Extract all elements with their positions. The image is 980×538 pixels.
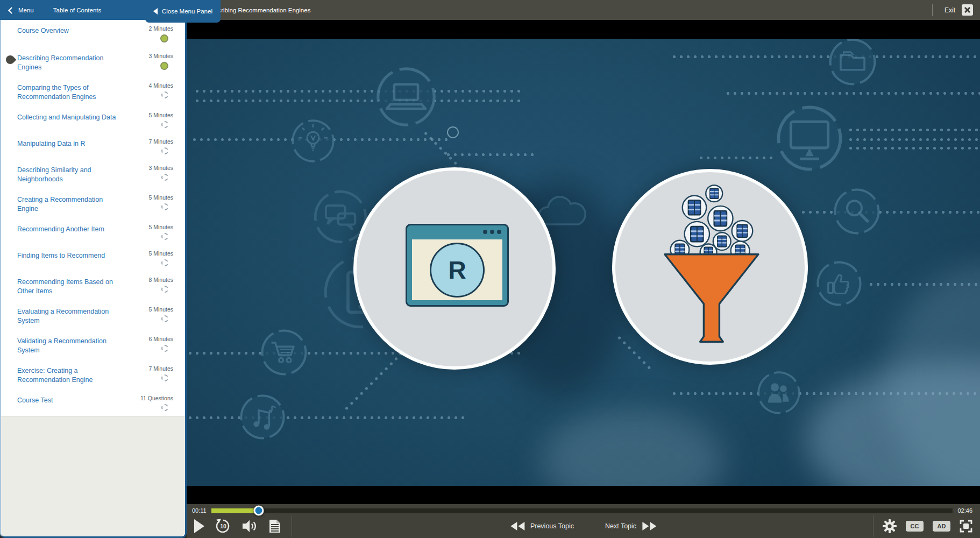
toc-item-title: Comparing the Types of Recommendation En… xyxy=(17,83,124,102)
previous-topic-button[interactable]: Previous Topic xyxy=(510,522,574,530)
top-bar: Menu Table of Contents Close Menu Panel … xyxy=(0,0,980,20)
toc-item-duration: 5 Minutes xyxy=(148,224,173,231)
dotted-line xyxy=(445,153,536,157)
next-topic-button[interactable]: Next Topic xyxy=(605,522,656,530)
status-circle-icon xyxy=(161,147,168,154)
toc-item[interactable]: Finding Items to Recommend 5 Minutes xyxy=(1,245,185,271)
toc-item[interactable]: Validating a Recommendation System 6 Min… xyxy=(1,330,185,360)
music-notes-icon xyxy=(239,393,286,441)
toc-item[interactable]: Creating a Recommendation Engine 5 Minut… xyxy=(1,189,185,218)
audio-description-button[interactable]: AD xyxy=(933,521,950,532)
dotted-line xyxy=(847,128,980,132)
progress-row: 00:11 02:46 xyxy=(187,504,980,514)
transcript-button[interactable] xyxy=(269,519,281,533)
toc-item-title: Course Test xyxy=(17,396,124,405)
play-button[interactable] xyxy=(194,519,204,533)
status-circle-icon xyxy=(161,259,168,266)
video-player: R xyxy=(187,20,980,538)
toc-item[interactable]: Comparing the Types of Recommendation En… xyxy=(1,77,185,107)
letterbox-bottom xyxy=(187,486,980,504)
toc-item-duration: 3 Minutes xyxy=(148,165,173,172)
menu-button[interactable]: Menu xyxy=(0,7,39,13)
close-menu-panel-button[interactable]: Close Menu Panel xyxy=(145,0,221,23)
dotted-line xyxy=(800,210,980,214)
settings-button[interactable] xyxy=(883,519,897,533)
toc-item-meta: 4 Minutes xyxy=(124,82,173,98)
monitor-icon xyxy=(775,104,844,173)
total-time: 02:46 xyxy=(957,507,972,514)
toc-item-duration: 7 Minutes xyxy=(148,138,173,145)
toc-item-title: Recommending Items Based on Other Items xyxy=(17,278,124,296)
double-arrow-right-icon xyxy=(642,522,656,530)
r-window-body: R xyxy=(412,239,502,300)
exit-button[interactable] xyxy=(962,4,973,16)
people-icon xyxy=(756,370,801,415)
document-icon xyxy=(269,519,281,533)
rewind-10-icon: 10 xyxy=(215,518,231,534)
toc-item[interactable]: Recommending Another Item 5 Minutes xyxy=(1,218,185,245)
letterbox-top xyxy=(187,20,980,39)
toc-item-title: Creating a Recommendation Engine xyxy=(17,195,124,214)
dotted-line xyxy=(194,99,522,103)
progress-track[interactable] xyxy=(211,508,953,513)
window-dots-icon xyxy=(483,230,501,234)
right-controls: CC AD xyxy=(873,515,972,537)
sidebar-footer xyxy=(1,416,185,536)
shopping-cart-icon xyxy=(260,328,308,377)
tab-table-of-contents[interactable]: Table of Contents xyxy=(53,7,102,13)
table-of-contents-panel: Course Overview 2 Minutes Describing Rec… xyxy=(0,20,187,538)
toc-item[interactable]: Collecting and Manipulating Data 5 Minut… xyxy=(1,107,185,133)
double-arrow-left-icon xyxy=(510,522,524,530)
status-circle-icon xyxy=(161,345,168,352)
toc-item[interactable]: Describing Similarity and Neighborhoods … xyxy=(1,159,185,189)
toc-item[interactable]: Course Overview 2 Minutes xyxy=(1,20,185,47)
toc-item-meta: 5 Minutes xyxy=(124,194,173,210)
toc-list: Course Overview 2 Minutes Describing Rec… xyxy=(1,20,185,416)
fullscreen-button[interactable] xyxy=(960,520,972,533)
status-circle-icon xyxy=(161,203,168,210)
toc-item[interactable]: Describing Recommendation Engines 3 Minu… xyxy=(1,47,185,77)
toc-item[interactable]: Recommending Items Based on Other Items … xyxy=(1,271,185,301)
progress-fill xyxy=(211,508,259,513)
toc-item-duration: 5 Minutes xyxy=(148,112,173,119)
status-circle-icon xyxy=(161,121,168,128)
dotted-line xyxy=(847,138,980,141)
fullscreen-icon xyxy=(960,520,972,533)
toc-item[interactable]: Manipulating Data in R 7 Minutes xyxy=(1,133,185,159)
status-circle-icon xyxy=(160,62,168,70)
small-circle xyxy=(447,126,459,138)
toc-item[interactable]: Evaluating a Recommendation System 5 Min… xyxy=(1,301,185,330)
dotted-line xyxy=(698,156,773,160)
toc-item-meta: 6 Minutes xyxy=(124,336,173,352)
video-stage[interactable]: R xyxy=(187,39,980,486)
status-circle-icon xyxy=(161,315,168,322)
speaker-icon xyxy=(242,519,258,533)
toc-item-title: Collecting and Manipulating Data xyxy=(17,113,124,122)
search-icon xyxy=(833,187,881,236)
rewind-10-button[interactable]: 10 xyxy=(215,518,231,534)
status-circle-icon xyxy=(161,404,168,411)
topic-navigation: Previous Topic Next Topic xyxy=(510,522,656,530)
toc-item-title: Evaluating a Recommendation System xyxy=(17,307,124,325)
toc-item-duration: 2 Minutes xyxy=(148,25,173,32)
toc-item[interactable]: Exercise: Creating a Recommendation Engi… xyxy=(1,360,185,390)
database-bubbles-icon xyxy=(671,185,753,260)
volume-button[interactable] xyxy=(242,519,258,533)
current-topic-pointer-icon xyxy=(4,54,17,66)
lightbulb-icon xyxy=(290,118,336,164)
menu-label: Menu xyxy=(18,7,34,13)
closed-captions-button[interactable]: CC xyxy=(906,521,924,532)
next-topic-label: Next Topic xyxy=(605,522,636,530)
toc-item[interactable]: Course Test 11 Questions xyxy=(1,390,185,416)
status-circle-icon xyxy=(161,286,168,293)
toc-item-title: Describing Similarity and Neighborhoods xyxy=(17,166,124,184)
divider xyxy=(873,515,874,537)
previous-topic-label: Previous Topic xyxy=(530,522,574,530)
elapsed-time: 00:11 xyxy=(192,507,207,514)
dotted-line xyxy=(725,91,980,95)
toc-item-title: Exercise: Creating a Recommendation Engi… xyxy=(17,366,124,385)
toc-item-title: Recommending Another Item xyxy=(17,225,124,234)
folder-icon xyxy=(828,39,877,87)
buttons-row: 10 Previous Topic xyxy=(187,514,980,538)
player-controls: 00:11 02:46 10 xyxy=(187,504,980,538)
